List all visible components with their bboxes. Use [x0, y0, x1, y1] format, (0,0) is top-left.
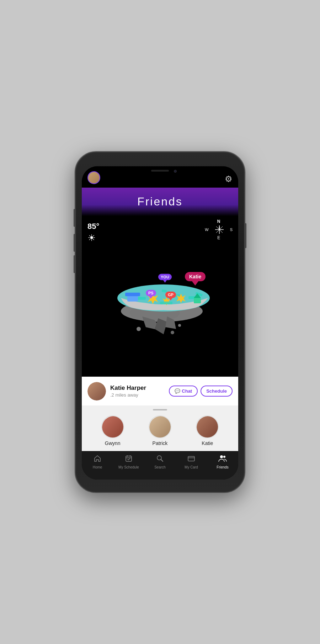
pin-katie-arrow	[192, 281, 198, 286]
nav-home-label: Home	[93, 465, 102, 469]
friend-item-gwynn[interactable]: Gwynn	[101, 415, 124, 446]
temperature: 85°	[87, 222, 99, 231]
chat-button[interactable]: 💬 Chat	[169, 386, 198, 397]
settings-icon[interactable]: ⚙	[225, 174, 233, 184]
svg-point-11	[171, 331, 174, 334]
schedule-button[interactable]: Schedule	[201, 386, 233, 397]
friend-item-katie[interactable]: Katie	[196, 415, 219, 446]
chat-label: Chat	[182, 388, 192, 394]
compass-south: E	[205, 235, 233, 240]
notch	[137, 166, 183, 176]
map-area[interactable]: 85° ☀ N W S E	[82, 216, 238, 377]
nav-search-label: Search	[154, 465, 166, 469]
camera	[174, 170, 177, 173]
svg-rect-25	[194, 298, 201, 303]
nav-mycard[interactable]: My Card	[176, 455, 207, 469]
friend-avatar	[87, 382, 106, 400]
friend-avatar-patrick	[149, 415, 171, 438]
avatar-image	[88, 172, 100, 184]
nav-mycard-label: My Card	[185, 465, 198, 469]
chat-icon: 💬	[175, 388, 180, 394]
phone-screen: ⚙ Friends 85° ☀ N W	[82, 166, 238, 480]
map-island: YOU Katie PS GP	[103, 245, 217, 338]
nav-schedule[interactable]: My Schedule	[113, 455, 144, 469]
user-avatar[interactable]	[87, 171, 100, 184]
pin-katie-label: Katie	[185, 272, 206, 281]
weather-info: 85° ☀	[87, 222, 99, 244]
friend-avatar-image	[87, 382, 106, 400]
pin-ps[interactable]: PS	[146, 290, 156, 299]
friends-icon	[218, 455, 227, 464]
mycard-icon	[187, 455, 195, 464]
island-svg	[103, 245, 217, 338]
schedule-icon	[125, 455, 133, 464]
svg-rect-28	[126, 456, 132, 461]
nav-friends[interactable]: Friends	[207, 455, 238, 469]
svg-rect-34	[188, 456, 194, 461]
friend-avatar-katie	[196, 415, 219, 438]
svg-point-12	[178, 324, 181, 327]
svg-point-10	[137, 327, 141, 331]
header-banner: Friends	[82, 188, 238, 216]
svg-point-37	[223, 456, 225, 458]
friend-info: Katie Harper .2 miles away	[110, 384, 165, 398]
friend-card: Katie Harper .2 miles away 💬 Chat Schedu…	[82, 377, 238, 405]
friends-row: Gwynn Patrick Katie	[82, 415, 238, 446]
compass-east: S	[230, 227, 233, 232]
compass-north: N	[205, 219, 233, 224]
bottom-nav: Home My Schedule	[82, 451, 238, 480]
pin-you[interactable]: YOU	[158, 274, 172, 283]
search-icon	[156, 455, 164, 464]
home-icon	[94, 455, 101, 464]
nav-friends-label: Friends	[217, 465, 228, 469]
friend-name-patrick: Patrick	[153, 440, 168, 446]
friend-avatar-gwynn	[101, 415, 124, 438]
friend-item-patrick[interactable]: Patrick	[149, 415, 171, 446]
pin-gp-arrow	[169, 298, 172, 300]
pin-you-arrow	[163, 280, 167, 283]
pin-ps-arrow	[149, 296, 153, 299]
svg-rect-24	[125, 293, 140, 296]
friend-actions: 💬 Chat Schedule	[169, 386, 233, 397]
phone-frame: ⚙ Friends 85° ☀ N W	[75, 151, 245, 493]
nav-search[interactable]: Search	[144, 455, 176, 469]
svg-rect-17	[137, 297, 146, 300]
svg-line-33	[161, 459, 163, 461]
friend-name: Katie Harper	[110, 384, 165, 392]
pin-ps-label: PS	[146, 290, 156, 296]
sun-icon: ☀	[87, 232, 99, 244]
friend-distance: .2 miles away	[110, 392, 165, 398]
panel-handle	[153, 409, 167, 410]
pin-gp-label: GP	[165, 292, 176, 298]
friend-name-gwynn: Gwynn	[105, 440, 121, 446]
nav-schedule-label: My Schedule	[118, 465, 139, 469]
pin-katie[interactable]: Katie	[185, 272, 206, 286]
svg-point-36	[220, 455, 223, 458]
speaker	[151, 170, 169, 172]
page-title: Friends	[137, 195, 183, 208]
compass-west: W	[205, 227, 208, 232]
compass: N W S E	[205, 219, 233, 240]
nav-home[interactable]: Home	[82, 455, 113, 469]
svg-rect-27	[160, 302, 172, 304]
pin-you-label: YOU	[158, 274, 172, 280]
friend-name-katie: Katie	[202, 440, 213, 446]
friends-panel: Gwynn Patrick Katie	[82, 405, 238, 451]
pin-gp[interactable]: GP	[165, 292, 176, 300]
compass-rose-icon	[214, 225, 224, 235]
